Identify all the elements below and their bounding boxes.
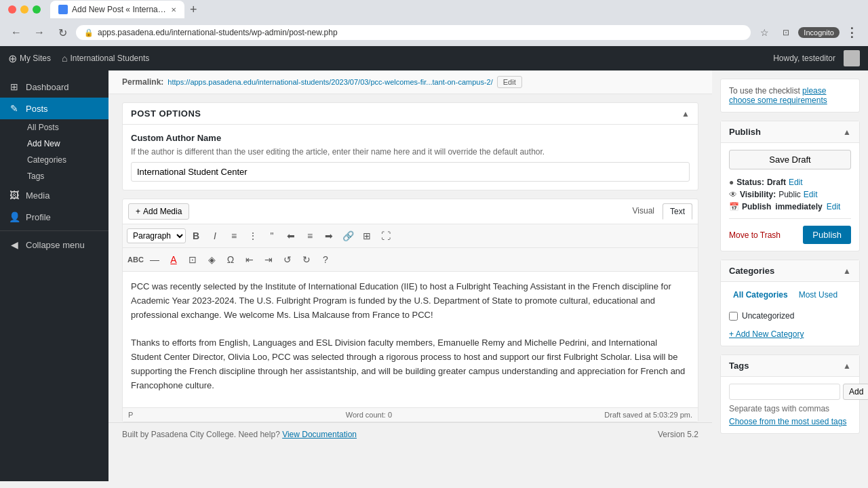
address-bar[interactable]: 🔒 apps.pasadena.edu/international-studen… — [76, 25, 751, 40]
wp-footer: Built by Pasadena City College. Need hel… — [108, 422, 712, 446]
admin-bar-my-sites[interactable]: ⊕ My Sites — [8, 52, 51, 65]
categories-collapse-icon[interactable]: ▲ — [843, 266, 851, 276]
text-color-btn[interactable]: A — [165, 251, 182, 268]
url-input[interactable]: apps.pasadena.edu/international-students… — [98, 28, 743, 37]
screenshot-icon[interactable]: ⊡ — [776, 23, 795, 42]
sidebar-item-all-posts[interactable]: All Posts — [19, 119, 108, 136]
blockquote-btn[interactable]: " — [263, 227, 281, 245]
tags-add-btn[interactable]: Add — [843, 384, 868, 400]
bookmark-icon[interactable]: ☆ — [755, 23, 774, 42]
home-icon: ⌂ — [62, 53, 67, 64]
ordered-list-btn[interactable]: ⋮ — [244, 227, 262, 245]
visibility-edit-btn[interactable]: Edit — [804, 190, 818, 199]
help-btn[interactable]: ? — [317, 251, 334, 268]
tags-help: Separate tags with commas — [729, 404, 851, 413]
publish-btn[interactable]: Publish — [803, 226, 851, 244]
tags-input[interactable] — [729, 384, 840, 400]
back-btn[interactable]: ← — [7, 23, 26, 42]
sidebar-item-collapse[interactable]: ◀ Collapse menu — [0, 234, 108, 256]
checklist-notice: To use the checklist please choose some … — [720, 79, 860, 113]
draft-saved-text: Draft saved at 5:03:29 pm. — [604, 411, 692, 419]
plus-icon: + — [136, 207, 140, 216]
category-uncategorized: Uncategorized — [729, 309, 851, 323]
sidebar-item-tags[interactable]: Tags — [19, 168, 108, 184]
category-uncategorized-checkbox[interactable] — [729, 312, 738, 321]
editor-path-p: P — [128, 411, 133, 419]
align-right-btn[interactable]: ➡ — [320, 227, 338, 245]
tags-widget: Tags ▲ Add Separate tags with commas Cho… — [720, 354, 860, 434]
bold-btn[interactable]: B — [187, 227, 205, 245]
sidebar-item-categories[interactable]: Categories — [19, 152, 108, 168]
table-btn[interactable]: ⊞ — [358, 227, 376, 245]
paste-btn[interactable]: ⊡ — [184, 251, 201, 268]
tags-widget-header[interactable]: Tags ▲ — [721, 355, 859, 377]
sidebar-item-media[interactable]: 🖼 Media — [0, 184, 108, 206]
tags-collapse-icon[interactable]: ▲ — [843, 361, 851, 371]
tab-close-icon[interactable]: ✕ — [171, 6, 176, 14]
unordered-list-btn[interactable]: ≡ — [225, 227, 243, 245]
choose-tags-link[interactable]: Choose from the most used tags — [729, 417, 846, 426]
publish-timing-edit-btn[interactable]: Edit — [827, 202, 841, 211]
tab-visual[interactable]: Visual — [626, 203, 661, 220]
editor-content[interactable]: PCC was recently selected by the Institu… — [123, 272, 698, 407]
post-options-title: POST OPTIONS — [131, 108, 201, 119]
paragraph-select[interactable]: ParagraphHeading 1Heading 2Heading 3 — [127, 228, 186, 243]
refresh-btn[interactable]: ↻ — [53, 23, 72, 42]
admin-bar-site-name[interactable]: ⌂ International Students — [62, 53, 149, 64]
word-count-label: Word count: — [346, 411, 386, 419]
browser-tab[interactable]: Add New Post « International … ✕ — [50, 1, 184, 18]
sidebar-item-dashboard[interactable]: ⊞ Dashboard — [0, 76, 108, 98]
add-media-btn[interactable]: + Add Media — [128, 203, 189, 220]
sidebar-item-posts[interactable]: ✎ Posts — [0, 98, 108, 119]
most-used-tab[interactable]: Most Used — [795, 289, 842, 301]
undo-btn[interactable]: ↺ — [279, 251, 296, 268]
editor-footer: P Word count: 0 Draft saved at 5:03:29 p… — [123, 407, 698, 422]
categories-widget-body: All Categories Most Used Uncategorized +… — [721, 282, 859, 346]
abc-btn[interactable]: ABC — [127, 251, 144, 268]
lock-icon: 🔒 — [84, 28, 94, 37]
visual-text-tabs: Visual Text — [626, 203, 692, 220]
clear-btn[interactable]: ◈ — [203, 251, 220, 268]
profile-icon: 👤 — [8, 211, 20, 222]
special-chars-btn[interactable]: Ω — [222, 251, 239, 268]
publish-widget-title: Publish — [729, 127, 761, 137]
align-left-btn[interactable]: ⬅ — [282, 227, 300, 245]
collapse-arrow-icon[interactable]: ▲ — [682, 109, 690, 119]
tab-text[interactable]: Text — [663, 203, 692, 220]
align-center-btn[interactable]: ≡ — [301, 227, 319, 245]
forward-btn[interactable]: → — [30, 23, 49, 42]
permalink-edit-btn[interactable]: Edit — [497, 76, 522, 88]
publish-widget-header[interactable]: Publish ▲ — [721, 121, 859, 143]
tab-favicon — [58, 5, 68, 14]
post-options-header[interactable]: POST OPTIONS ▲ — [123, 103, 698, 125]
add-new-category-link[interactable]: + Add New Category — [729, 329, 851, 339]
italic-btn[interactable]: I — [206, 227, 224, 245]
save-draft-btn[interactable]: Save Draft — [729, 150, 851, 169]
new-tab-btn[interactable]: + — [187, 3, 200, 17]
publish-collapse-icon[interactable]: ▲ — [843, 127, 851, 137]
fullscreen-btn[interactable]: ⛶ — [377, 227, 395, 245]
publish-widget: Publish ▲ Save Draft ● Status: Draft Edi… — [720, 121, 860, 251]
categories-widget-header[interactable]: Categories ▲ — [721, 260, 859, 282]
permalink-url[interactable]: https://apps.pasadena.edu/international-… — [167, 78, 492, 86]
status-edit-btn[interactable]: Edit — [789, 178, 803, 187]
menu-icon[interactable]: ⋮ — [842, 23, 861, 42]
indent-btn[interactable]: ⇥ — [260, 251, 277, 268]
redo-btn[interactable]: ↻ — [298, 251, 315, 268]
sidebar-item-media-label: Media — [26, 190, 50, 201]
status-label: Status: — [736, 178, 764, 187]
publish-timing: immediately — [775, 202, 822, 211]
all-categories-tab[interactable]: All Categories — [729, 289, 792, 301]
move-to-trash-link[interactable]: Move to Trash — [729, 230, 781, 240]
outdent-btn[interactable]: ⇤ — [241, 251, 258, 268]
editor-toolbar-top: + Add Media Visual Text — [123, 199, 698, 224]
my-sites-label: My Sites — [20, 54, 51, 63]
sidebar: ⊞ Dashboard ✎ Posts All Posts Add New Ca… — [0, 70, 108, 481]
hr-btn[interactable]: — — [146, 251, 163, 268]
sidebar-item-profile[interactable]: 👤 Profile — [0, 206, 108, 228]
footer-docs-link[interactable]: View Documentation — [282, 430, 357, 439]
link-btn[interactable]: 🔗 — [339, 227, 357, 245]
sidebar-item-add-new[interactable]: Add New — [19, 136, 108, 152]
post-options-box: POST OPTIONS ▲ Custom Author Name If the… — [122, 102, 698, 190]
custom-author-input[interactable] — [131, 162, 690, 182]
